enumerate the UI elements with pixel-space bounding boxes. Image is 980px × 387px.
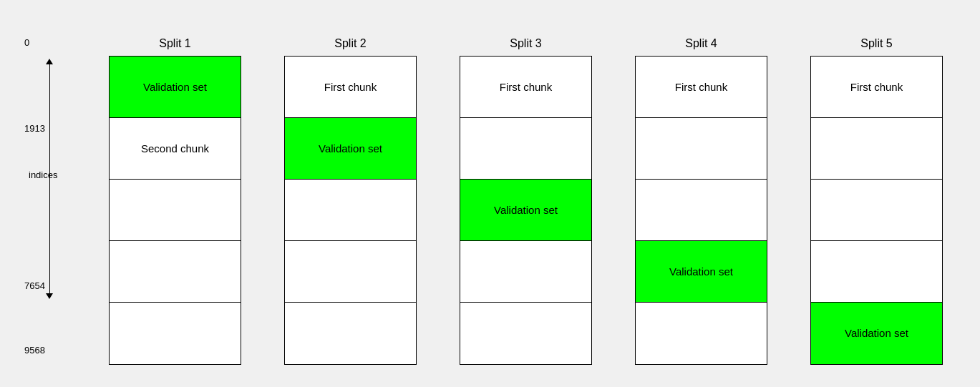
chunk-1-5 [110,303,241,364]
chunks-container-2: First chunkValidation set [284,56,417,365]
split-group-5: Split 5First chunkValidation set [810,37,943,365]
chunk-4-1: First chunk [636,57,767,118]
chunk-2-1: First chunk [285,57,416,118]
chunk-2-5 [285,303,416,364]
axis-label-7654: 7654 [24,280,45,291]
chunk-3-4 [460,241,591,303]
axis-label-9568: 9568 [24,345,45,356]
split-title-3: Split 3 [510,37,541,50]
chunk-1-2: Second chunk [110,118,241,180]
chunk-3-5 [460,303,591,364]
split-group-1: Split 1Validation setSecond chunk [109,37,241,365]
split-title-5: Split 5 [860,37,892,50]
chunk-5-4 [811,241,942,303]
chunk-2-4 [285,241,416,303]
chunk-5-1: First chunk [811,57,942,118]
split-group-3: Split 3First chunkValidation set [460,37,592,365]
chunk-1-1: Validation set [110,57,241,118]
indices-label: indices [29,170,57,180]
arrow-down-icon [46,293,53,299]
chunk-4-3 [636,180,767,241]
chunks-container-1: Validation setSecond chunk [109,56,241,365]
chunk-4-4: Validation set [636,241,767,303]
split-title-4: Split 4 [685,37,717,50]
axis-label-0: 0 [24,37,29,48]
split-title-2: Split 2 [334,37,366,50]
chunk-3-1: First chunk [460,57,591,118]
chunks-container-3: First chunkValidation set [460,56,592,365]
split-title-1: Split 1 [159,37,190,50]
chunk-1-3 [110,180,241,241]
splits-container: Split 1Validation setSecond chunkSplit 2… [94,37,957,365]
chunk-2-2: Validation set [285,118,416,180]
chunk-4-5 [636,303,767,364]
chunk-1-4 [110,241,241,303]
chunk-3-2 [460,118,591,180]
chunk-2-3 [285,180,416,241]
split-group-2: Split 2First chunkValidation set [284,37,417,365]
diagram: 0 1913 indices 7654 9568 Split 1Validati… [9,9,971,379]
axis-label-1913: 1913 [24,123,45,134]
chunk-4-2 [636,118,767,180]
chunk-3-3: Validation set [460,180,591,241]
arrow-up-icon [46,59,53,64]
split-group-4: Split 4First chunkValidation set [635,37,767,365]
chunk-5-2 [811,118,942,180]
chunk-5-5: Validation set [811,303,942,364]
chunk-5-3 [811,180,942,241]
chunks-container-5: First chunkValidation set [810,56,943,365]
chunks-container-4: First chunkValidation set [635,56,767,365]
